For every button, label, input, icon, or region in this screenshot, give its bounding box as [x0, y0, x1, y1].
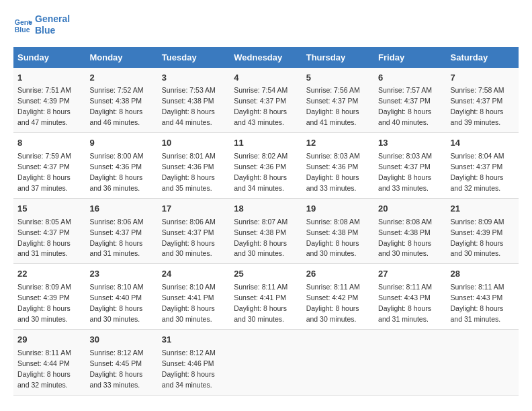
sunset-text: Sunset: 4:37 PM — [17, 228, 70, 236]
daylight-text: Daylight: 8 hours and 31 minutes. — [451, 304, 504, 323]
day-number: 12 — [306, 137, 370, 150]
daylight-text: Daylight: 8 hours and 30 minutes. — [306, 239, 359, 258]
calendar-cell: 4Sunrise: 7:54 AMSunset: 4:37 PMDaylight… — [230, 68, 302, 133]
daylight-text: Daylight: 8 hours and 30 minutes. — [17, 304, 71, 323]
sunrise-text: Sunrise: 7:56 AM — [306, 86, 360, 94]
logo-text: General Blue — [35, 13, 70, 36]
daylight-text: Daylight: 8 hours and 40 minutes. — [378, 107, 431, 126]
calendar-cell: 8Sunrise: 7:59 AMSunset: 4:37 PMDaylight… — [13, 133, 85, 199]
day-number: 20 — [378, 203, 442, 216]
calendar-cell: 23Sunrise: 8:10 AMSunset: 4:40 PMDayligh… — [85, 264, 157, 330]
daylight-text: Daylight: 8 hours and 30 minutes. — [451, 239, 504, 258]
header-thursday: Thursday — [302, 47, 374, 68]
sunset-text: Sunset: 4:38 PM — [306, 228, 359, 236]
sunset-text: Sunset: 4:37 PM — [234, 97, 286, 105]
daylight-text: Daylight: 8 hours and 33 minutes. — [378, 173, 431, 192]
day-number: 4 — [234, 72, 298, 85]
sunset-text: Sunset: 4:40 PM — [89, 293, 142, 302]
calendar-cell: 25Sunrise: 8:11 AMSunset: 4:41 PMDayligh… — [230, 264, 302, 330]
header-sunday: Sunday — [13, 47, 85, 68]
calendar-cell: 31Sunrise: 8:12 AMSunset: 4:46 PMDayligh… — [158, 329, 230, 395]
day-number: 23 — [89, 268, 153, 281]
calendar-cell: 1Sunrise: 7:51 AMSunset: 4:39 PMDaylight… — [13, 68, 85, 133]
daylight-text: Daylight: 8 hours and 33 minutes. — [306, 173, 359, 192]
daylight-text: Daylight: 8 hours and 46 minutes. — [89, 107, 142, 126]
sunset-text: Sunset: 4:38 PM — [234, 228, 286, 236]
day-number: 16 — [89, 203, 153, 216]
calendar-cell: 18Sunrise: 8:07 AMSunset: 4:38 PMDayligh… — [230, 198, 302, 264]
header-saturday: Saturday — [447, 47, 519, 68]
daylight-text: Daylight: 8 hours and 30 minutes. — [306, 304, 359, 323]
sunrise-text: Sunrise: 8:05 AM — [17, 218, 71, 226]
sunrise-text: Sunrise: 8:11 AM — [451, 283, 504, 291]
header-friday: Friday — [374, 47, 446, 68]
day-number: 14 — [451, 137, 515, 150]
calendar-cell: 20Sunrise: 8:08 AMSunset: 4:38 PMDayligh… — [374, 198, 446, 264]
sunrise-text: Sunrise: 8:11 AM — [306, 283, 360, 291]
sunset-text: Sunset: 4:37 PM — [306, 97, 359, 105]
sunset-text: Sunset: 4:36 PM — [162, 163, 214, 171]
calendar-cell: 11Sunrise: 8:02 AMSunset: 4:36 PMDayligh… — [230, 133, 302, 199]
daylight-text: Daylight: 8 hours and 30 minutes. — [89, 304, 142, 323]
sunset-text: Sunset: 4:37 PM — [89, 228, 142, 236]
day-number: 15 — [17, 203, 81, 216]
calendar-cell — [302, 329, 374, 395]
sunrise-text: Sunrise: 8:07 AM — [234, 218, 287, 226]
calendar-cell: 17Sunrise: 8:06 AMSunset: 4:37 PMDayligh… — [158, 198, 230, 264]
daylight-text: Daylight: 8 hours and 30 minutes. — [234, 239, 287, 258]
day-number: 1 — [17, 72, 81, 85]
calendar-cell: 29Sunrise: 8:11 AMSunset: 4:44 PMDayligh… — [13, 329, 85, 395]
sunset-text: Sunset: 4:39 PM — [451, 228, 503, 236]
header-tuesday: Tuesday — [158, 47, 230, 68]
daylight-text: Daylight: 8 hours and 34 minutes. — [234, 173, 287, 192]
sunset-text: Sunset: 4:37 PM — [17, 163, 70, 171]
sunrise-text: Sunrise: 8:11 AM — [234, 283, 287, 291]
day-number: 26 — [306, 268, 370, 281]
day-number: 13 — [378, 137, 442, 150]
calendar-week-2: 15Sunrise: 8:05 AMSunset: 4:37 PMDayligh… — [13, 198, 519, 264]
day-number: 8 — [17, 137, 81, 150]
sunrise-text: Sunrise: 8:06 AM — [89, 218, 143, 226]
sunset-text: Sunset: 4:37 PM — [451, 97, 503, 105]
logo: General Blue General Blue — [13, 13, 70, 36]
sunset-text: Sunset: 4:44 PM — [17, 359, 70, 367]
daylight-text: Daylight: 8 hours and 43 minutes. — [234, 107, 287, 126]
sunrise-text: Sunrise: 8:12 AM — [89, 349, 143, 357]
day-number: 7 — [451, 72, 515, 85]
daylight-text: Daylight: 8 hours and 31 minutes. — [378, 304, 431, 323]
sunrise-text: Sunrise: 7:54 AM — [234, 86, 287, 94]
calendar-cell: 2Sunrise: 7:52 AMSunset: 4:38 PMDaylight… — [85, 68, 157, 133]
calendar-cell — [374, 329, 446, 395]
calendar-header-row: SundayMondayTuesdayWednesdayThursdayFrid… — [13, 47, 519, 68]
calendar-cell: 27Sunrise: 8:11 AMSunset: 4:43 PMDayligh… — [374, 264, 446, 330]
daylight-text: Daylight: 8 hours and 34 minutes. — [162, 370, 215, 389]
day-number: 22 — [17, 268, 81, 281]
sunset-text: Sunset: 4:43 PM — [378, 293, 431, 302]
calendar-cell: 9Sunrise: 8:00 AMSunset: 4:36 PMDaylight… — [85, 133, 157, 199]
day-number: 5 — [306, 72, 370, 85]
sunrise-text: Sunrise: 7:52 AM — [89, 86, 143, 94]
daylight-text: Daylight: 8 hours and 30 minutes. — [162, 304, 215, 323]
sunrise-text: Sunrise: 8:02 AM — [234, 152, 287, 160]
sunrise-text: Sunrise: 8:09 AM — [17, 283, 71, 291]
day-number: 2 — [89, 72, 153, 85]
page-header: General Blue General Blue — [13, 13, 519, 36]
sunrise-text: Sunrise: 8:01 AM — [162, 152, 216, 160]
sunset-text: Sunset: 4:42 PM — [306, 293, 359, 302]
day-number: 3 — [162, 72, 226, 85]
daylight-text: Daylight: 8 hours and 32 minutes. — [17, 370, 71, 389]
daylight-text: Daylight: 8 hours and 30 minutes. — [162, 239, 215, 258]
daylight-text: Daylight: 8 hours and 39 minutes. — [451, 107, 504, 126]
sunset-text: Sunset: 4:36 PM — [306, 163, 359, 171]
sunset-text: Sunset: 4:43 PM — [451, 293, 503, 302]
sunrise-text: Sunrise: 8:10 AM — [162, 283, 216, 291]
sunrise-text: Sunrise: 8:11 AM — [17, 349, 71, 357]
daylight-text: Daylight: 8 hours and 41 minutes. — [306, 107, 359, 126]
daylight-text: Daylight: 8 hours and 31 minutes. — [89, 239, 142, 258]
svg-text:Blue: Blue — [15, 25, 30, 33]
day-number: 24 — [162, 268, 226, 281]
day-number: 21 — [451, 203, 515, 216]
calendar-cell: 24Sunrise: 8:10 AMSunset: 4:41 PMDayligh… — [158, 264, 230, 330]
sunrise-text: Sunrise: 8:03 AM — [306, 152, 360, 160]
day-number: 25 — [234, 268, 298, 281]
